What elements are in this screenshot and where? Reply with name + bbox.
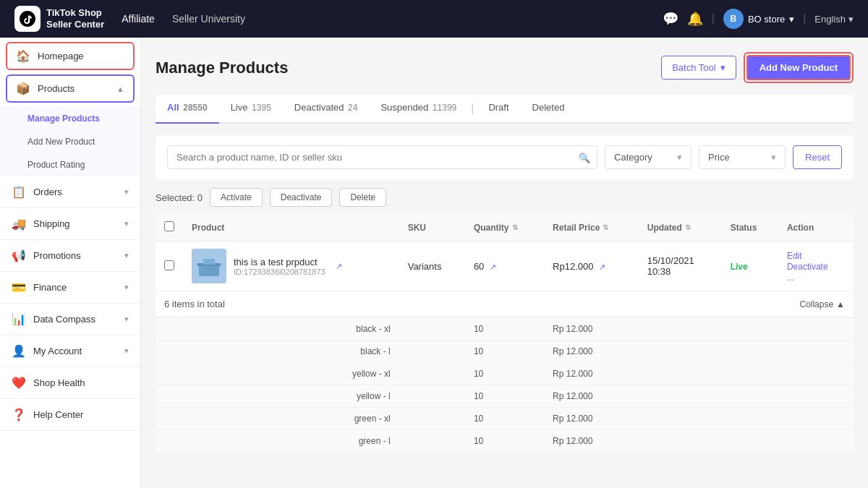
product-cell: this is a test prpduct ID:17293836l02087…: [192, 249, 391, 283]
tab-draft[interactable]: Draft: [477, 95, 520, 124]
sidebar-label-products: Products: [38, 83, 109, 94]
sidebar-label-data-compass: Data Compass: [33, 314, 117, 325]
sidebar-item-data-compass[interactable]: 📊 Data Compass ▾: [0, 304, 140, 335]
store-chevron-icon: ▾: [789, 14, 794, 25]
tab-all-count: 28550: [183, 103, 207, 113]
add-new-product-button[interactable]: Add New Product: [746, 55, 851, 80]
sidebar-item-shop-health[interactable]: ❤️ Shop Health: [0, 367, 140, 399]
variant-qty-3: 10: [465, 385, 544, 408]
sidebar-label-finance: Finance: [33, 282, 117, 293]
sidebar-item-promotions[interactable]: 📢 Promotions ▾: [0, 240, 140, 272]
language-selector[interactable]: English ▾: [814, 14, 854, 25]
quantity-link-icon[interactable]: ↗: [490, 262, 496, 271]
add-button-wrapper: Add New Product: [744, 52, 854, 83]
variant-qty-5: 10: [465, 430, 544, 453]
promotions-icon: 📢: [12, 249, 26, 262]
my-account-chevron-icon: ▾: [124, 346, 129, 356]
row-checkbox[interactable]: [164, 260, 174, 270]
variant-sku-2: [399, 363, 465, 385]
sidebar-label-promotions: Promotions: [33, 250, 117, 261]
products-submenu: Manage Products Add New Product Product …: [0, 107, 140, 176]
price-link-icon[interactable]: ↗: [599, 262, 605, 271]
price-dropdown[interactable]: Price ▾: [699, 145, 786, 169]
product-thumbnail: [192, 249, 226, 283]
main-content: Manage Products Batch Tool ▾ Add New Pro…: [141, 38, 868, 488]
price-chevron-icon: ▾: [771, 152, 776, 163]
finance-icon: 💳: [12, 281, 26, 294]
top-navigation: TikTok Shop Seller Center Affiliate Sell…: [0, 0, 868, 38]
help-center-icon: ❓: [12, 408, 26, 421]
topnav-right: 💬 🔔 | B BO store ▾ | English ▾: [663, 9, 854, 29]
tab-all[interactable]: All 28550: [156, 95, 219, 124]
sub-item-add-product[interactable]: Add New Product: [0, 130, 140, 153]
store-selector[interactable]: B BO store ▾: [723, 9, 794, 29]
reset-button[interactable]: Reset: [793, 145, 842, 169]
sub-item-manage-products[interactable]: Manage Products: [0, 107, 140, 130]
external-link-icon[interactable]: ↗: [336, 262, 342, 271]
chat-icon[interactable]: 💬: [663, 11, 678, 27]
tab-deleted[interactable]: Deleted: [521, 95, 576, 124]
variant-qty-0: 10: [465, 318, 544, 341]
sidebar-item-orders[interactable]: 📋 Orders ▾: [0, 176, 140, 208]
sidebar-item-products[interactable]: 📦 Products ▲: [6, 74, 135, 103]
variant-qty-4: 10: [465, 408, 544, 430]
col-status: Status: [722, 214, 778, 241]
batch-tool-chevron-icon: ▾: [720, 62, 726, 73]
sidebar-item-my-account[interactable]: 👤 My Account ▾: [0, 335, 140, 367]
nav-seller-university[interactable]: Seller University: [172, 10, 245, 27]
tab-live[interactable]: Live 1395: [219, 95, 283, 124]
variant-row-2: yellow - xl 10 Rp 12.000: [156, 363, 854, 385]
product-updated: 15/10/2021 10:38: [639, 241, 722, 291]
tab-live-label: Live: [231, 102, 248, 113]
batch-tool-button[interactable]: Batch Tool ▾: [661, 56, 736, 80]
category-dropdown[interactable]: Category ▾: [605, 145, 692, 169]
svg-rect-4: [199, 266, 219, 276]
collapse-button[interactable]: Collapse ▲: [799, 299, 845, 309]
variant-sku-0: [399, 318, 465, 341]
select-all-checkbox[interactable]: [164, 221, 174, 231]
store-avatar: B: [723, 9, 744, 29]
notification-icon[interactable]: 🔔: [687, 11, 703, 27]
sidebar-item-finance[interactable]: 💳 Finance ▾: [0, 272, 140, 304]
variant-name-5: green - l: [156, 430, 399, 453]
col-product: Product: [183, 214, 399, 241]
sub-item-product-rating[interactable]: Product Rating: [0, 153, 140, 176]
sidebar-label-my-account: My Account: [33, 346, 117, 356]
variant-price-3: Rp 12.000: [544, 385, 639, 408]
tab-suspended[interactable]: Suspended 11399: [369, 95, 468, 124]
product-info: this is a test prpduct ID:17293836l02087…: [234, 257, 326, 276]
home-icon: 🏠: [16, 49, 30, 63]
search-input[interactable]: [167, 145, 597, 169]
tab-all-label: All: [167, 102, 179, 113]
tab-deactivated[interactable]: Deactivated 24: [283, 95, 370, 124]
sidebar-label-shipping: Shipping: [33, 218, 117, 229]
sidebar-label-homepage: Homepage: [38, 51, 124, 61]
sidebar-item-shipping[interactable]: 🚚 Shipping ▾: [0, 208, 140, 240]
tab-deleted-label: Deleted: [532, 102, 565, 113]
variant-price-4: Rp 12.000: [544, 408, 639, 430]
activate-button[interactable]: Activate: [210, 188, 263, 207]
price-label: Price: [708, 152, 730, 163]
logo[interactable]: TikTok Shop Seller Center: [14, 6, 104, 32]
deactivate-action[interactable]: Deactivate: [787, 262, 828, 272]
page-header: Manage Products Batch Tool ▾ Add New Pro…: [156, 52, 854, 83]
variant-row-5: green - l 10 Rp 12.000: [156, 430, 854, 453]
more-actions[interactable]: ...: [787, 273, 794, 283]
store-name: BO store: [748, 14, 785, 25]
sidebar-item-help-center[interactable]: ❓ Help Center: [0, 399, 140, 431]
sidebar-label-orders: Orders: [33, 187, 117, 197]
variant-price-0: Rp 12.000: [544, 318, 639, 341]
products-chevron-icon: ▲: [116, 85, 124, 93]
variant-row-0: black - xl 10 Rp 12.000: [156, 318, 854, 341]
nav-affiliate[interactable]: Affiliate: [122, 10, 155, 27]
table-row: this is a test prpduct ID:17293836l02087…: [156, 241, 854, 291]
sidebar-item-homepage[interactable]: 🏠 Homepage: [6, 42, 135, 70]
deactivate-button[interactable]: Deactivate: [270, 188, 333, 207]
edit-action[interactable]: Edit: [787, 251, 802, 261]
sidebar-label-shop-health: Shop Health: [33, 377, 129, 388]
delete-button[interactable]: Delete: [339, 188, 386, 207]
search-icon: 🔍: [579, 152, 590, 163]
language-chevron-icon: ▾: [848, 14, 854, 25]
shipping-icon: 🚚: [12, 217, 26, 231]
svg-rect-3: [203, 259, 215, 265]
